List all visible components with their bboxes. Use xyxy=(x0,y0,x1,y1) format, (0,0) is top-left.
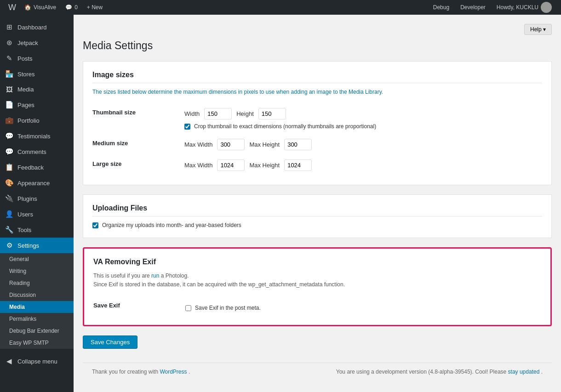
sidebar-label-feedback: Feedback xyxy=(17,164,44,171)
discussion-label: Discussion xyxy=(9,292,36,298)
footer-left-text: Thank you for creating with xyxy=(92,369,160,375)
va-desc-line1: This is useful if you are run a Photolog… xyxy=(93,272,541,280)
large-label: Large size xyxy=(92,155,184,176)
sidebar-item-testimonials[interactable]: 💬 Testimonials xyxy=(0,128,74,144)
sidebar-item-pages[interactable]: 📄 Pages xyxy=(0,97,74,113)
sidebar-item-tools[interactable]: 🔧 Tools xyxy=(0,222,74,238)
save-changes-button[interactable]: Save Changes xyxy=(83,335,137,349)
sidebar-label-tools: Tools xyxy=(17,227,31,233)
large-max-width-input[interactable] xyxy=(217,159,245,171)
posts-icon: ✎ xyxy=(5,54,14,62)
submenu-media[interactable]: Media xyxy=(0,301,74,313)
large-max-height-input[interactable] xyxy=(284,159,312,171)
va-run-link[interactable]: run xyxy=(151,273,159,279)
debug-bar[interactable]: Debug xyxy=(429,0,454,15)
va-exif-section: VA Removing Exif This is useful if you a… xyxy=(83,247,552,326)
sidebar-item-settings[interactable]: ⚙ Settings xyxy=(0,238,74,253)
wordpress-link[interactable]: WordPress xyxy=(160,369,187,375)
appearance-icon: 🎨 xyxy=(5,179,14,187)
collapse-label: Collapse menu xyxy=(17,358,57,365)
user-avatar xyxy=(541,2,552,13)
submenu-discussion[interactable]: Discussion xyxy=(0,289,74,301)
sidebar-label-plugins: Plugins xyxy=(17,195,37,202)
va-exif-table: Save Exif Save Exif in the post meta. xyxy=(93,296,541,316)
thumbnail-width-label: Width xyxy=(184,110,200,117)
thumbnail-width-input[interactable] xyxy=(204,108,232,119)
thumbnail-height-input[interactable] xyxy=(258,108,286,119)
reading-label: Reading xyxy=(9,280,30,286)
submenu-easy-smtp[interactable]: Easy WP SMTP xyxy=(0,337,74,349)
image-sizes-section: Image sizes The sizes listed below deter… xyxy=(83,61,552,185)
sidebar-item-portfolio[interactable]: 💼 Portfolio xyxy=(0,113,74,128)
stay-updated-link[interactable]: stay updated xyxy=(508,369,540,375)
footer-right-period: . xyxy=(541,369,543,375)
sidebar-item-dashboard[interactable]: ⊞ Dashboard xyxy=(0,19,74,35)
submenu-general[interactable]: General xyxy=(0,253,74,265)
uploading-organize-label: Organize my uploads into month- and year… xyxy=(102,222,241,228)
submenu-permalinks[interactable]: Permalinks xyxy=(0,313,74,325)
uploading-organize-checkbox[interactable] xyxy=(92,222,98,228)
user-label: Howdy, KUCKLU xyxy=(497,4,538,11)
developer-bar[interactable]: Developer xyxy=(456,0,490,15)
plugins-icon: 🔌 xyxy=(5,194,14,203)
thumbnail-fields: Width Height Crop thumbnail to exact dim… xyxy=(184,103,542,134)
va-desc-line2: Since Exif is stored in the database, it… xyxy=(93,280,541,289)
va-exif-title: VA Removing Exif xyxy=(93,258,541,266)
save-exif-fields: Save Exif in the post meta. xyxy=(185,296,541,316)
developer-label: Developer xyxy=(460,4,486,11)
new-bar[interactable]: + New xyxy=(82,0,107,15)
easy-smtp-label: Easy WP SMTP xyxy=(9,340,49,346)
sidebar-item-stores[interactable]: 🏪 Stores xyxy=(0,66,74,82)
submenu-reading[interactable]: Reading xyxy=(0,277,74,289)
va-exif-desc: This is useful if you are run a Photolog… xyxy=(93,272,541,289)
help-label: Help ▾ xyxy=(530,26,546,33)
sidebar-label-stores: Stores xyxy=(17,71,35,78)
user-bar[interactable]: Howdy, KUCKLU xyxy=(492,0,556,15)
users-icon: 👤 xyxy=(5,210,14,218)
sidebar-item-comments[interactable]: 💬 Comments xyxy=(0,144,74,159)
medium-row: Medium size Max Width Max Height xyxy=(92,134,542,155)
save-exif-checkbox[interactable] xyxy=(185,305,191,311)
medium-max-width-input[interactable] xyxy=(217,139,245,150)
sidebar-item-posts[interactable]: ✎ Posts xyxy=(0,51,74,66)
sidebar: ⊞ Dashboard ⊛ Jetpack ✎ Posts 🏪 Stores 🖼… xyxy=(0,15,74,392)
submenu-debug-bar[interactable]: Debug Bar Extender xyxy=(0,325,74,337)
site-name-label: VisuAlive xyxy=(34,4,56,11)
medium-label: Medium size xyxy=(92,134,184,155)
collapse-menu[interactable]: ◀ Collapse menu xyxy=(0,353,74,369)
sidebar-label-portfolio: Portfolio xyxy=(17,117,40,124)
sidebar-item-jetpack[interactable]: ⊛ Jetpack xyxy=(0,35,74,51)
large-max-height-label: Max Height xyxy=(249,162,280,169)
uploading-section: Uploading Files Organize my uploads into… xyxy=(83,194,552,238)
sidebar-label-settings: Settings xyxy=(17,242,39,249)
sidebar-item-appearance[interactable]: 🎨 Appearance xyxy=(0,175,74,191)
sidebar-item-users[interactable]: 👤 Users xyxy=(0,206,74,222)
portfolio-icon: 💼 xyxy=(5,116,14,125)
medium-fields: Max Width Max Height xyxy=(184,134,542,155)
sidebar-label-posts: Posts xyxy=(17,55,33,62)
sidebar-item-feedback[interactable]: 📋 Feedback xyxy=(0,159,74,175)
image-sizes-table: Thumbnail size Width Height Crop thumbna… xyxy=(92,103,542,176)
sidebar-item-media[interactable]: 🖼 Media xyxy=(0,82,74,97)
feedback-icon: 📋 xyxy=(5,163,14,171)
wp-logo[interactable]: W xyxy=(5,3,20,12)
media-sub-label: Media xyxy=(9,304,25,310)
help-button[interactable]: Help ▾ xyxy=(524,24,552,35)
site-name-bar[interactable]: 🏠 VisuAlive xyxy=(20,0,61,15)
comments-bar[interactable]: 💬 0 xyxy=(61,0,82,15)
submenu-writing[interactable]: Writing xyxy=(0,265,74,277)
testimonials-icon: 💬 xyxy=(5,132,14,140)
save-exif-label: Save Exif xyxy=(93,296,185,316)
dashboard-icon: ⊞ xyxy=(5,23,14,31)
sidebar-item-plugins[interactable]: 🔌 Plugins xyxy=(0,191,74,206)
sidebar-label-users: Users xyxy=(17,211,33,218)
sidebar-label-jetpack: Jetpack xyxy=(17,40,38,46)
sidebar-label-comments: Comments xyxy=(17,148,46,155)
large-row: Large size Max Width Max Height xyxy=(92,155,542,176)
medium-max-height-label: Max Height xyxy=(249,141,280,148)
large-fields: Max Width Max Height xyxy=(184,155,542,176)
medium-max-width-label: Max Width xyxy=(184,141,212,148)
medium-max-height-input[interactable] xyxy=(284,139,312,150)
thumbnail-crop-checkbox[interactable] xyxy=(184,124,190,130)
settings-icon: ⚙ xyxy=(5,241,14,250)
